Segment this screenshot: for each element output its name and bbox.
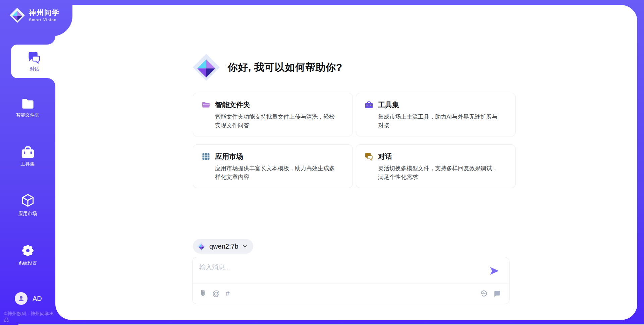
chat-bubble-icon	[493, 289, 501, 298]
user-profile[interactable]: AD	[15, 292, 42, 305]
greeting-text: 你好, 我可以如何帮助你?	[228, 61, 342, 74]
history-button[interactable]	[480, 289, 488, 298]
message-composer: @ #	[192, 257, 509, 304]
card-chat[interactable]: 对话 灵活切换多模型文件，支持多样回复效果调试，满足个性化需求	[356, 144, 516, 188]
sidebar-item-smart-folder[interactable]: 智能文件夹	[0, 97, 55, 118]
card-title: 工具集	[378, 100, 399, 110]
app-background: 你好, 我可以如何帮助你? 智能文件夹 智能文件夹功能支持批量文件上传与清洗，轻…	[0, 0, 644, 325]
model-name: qwen2:7b	[209, 243, 238, 250]
send-icon	[490, 267, 499, 275]
sidebar-item-settings[interactable]: 系统设置	[0, 243, 55, 266]
send-button[interactable]	[490, 267, 499, 275]
briefcase-icon	[20, 145, 35, 159]
brand-diamond-icon	[192, 53, 220, 81]
sidebar-item-label: 对话	[30, 66, 40, 72]
chat-icon	[28, 51, 42, 64]
sidebar-item-label: 系统设置	[18, 260, 37, 266]
model-diamond-icon	[197, 242, 206, 251]
user-initials: AD	[33, 295, 42, 303]
card-smart-folder[interactable]: 智能文件夹 智能文件夹功能支持批量文件上传与清洗，轻松实现文件问答	[193, 93, 353, 136]
paperclip-icon	[199, 289, 207, 298]
person-icon	[17, 295, 25, 303]
hash-icon: #	[225, 289, 229, 298]
sidebar-item-chat[interactable]: 对话	[11, 45, 58, 78]
tab-fillet-bottom	[47, 78, 55, 86]
sidebar: 对话 智能文件夹 工具集	[0, 0, 55, 325]
brand-subtitle: Smart Vision	[29, 18, 60, 22]
sidebar-item-label: 工具集	[21, 161, 35, 167]
cube-icon	[20, 193, 35, 208]
greeting-row: 你好, 我可以如何帮助你?	[192, 53, 342, 81]
sidebar-item-app-market[interactable]: 应用市场	[0, 193, 55, 217]
copyright-text: ©神州数码 · 神州问学出品	[4, 311, 55, 323]
feature-cards: 智能文件夹 智能文件夹功能支持批量文件上传与清洗，轻松实现文件问答 工具集 集成…	[193, 93, 516, 188]
card-description: 应用市场提供丰富长文本模板，助力高效生成多样化文章内容	[215, 164, 338, 181]
at-icon: @	[212, 289, 220, 298]
message-input[interactable]	[193, 257, 494, 282]
model-selector[interactable]: qwen2:7b	[193, 239, 253, 254]
history-icon	[480, 289, 488, 298]
brand-logo-icon	[9, 7, 25, 23]
card-description: 集成市场上主流工具，助力AI与外界无缝扩展与对接	[378, 113, 501, 130]
card-app-market[interactable]: 应用市场 应用市场提供丰富长文本模板，助力高效生成多样化文章内容	[193, 144, 353, 188]
window-edge	[18, 324, 644, 325]
sidebar-item-toolset[interactable]: 工具集	[0, 145, 55, 167]
chevron-down-icon	[242, 243, 248, 249]
brand-block: 神州问学 Smart Vision	[0, 0, 72, 36]
card-toolset[interactable]: 工具集 集成市场上主流工具，助力AI与外界无缝扩展与对接	[356, 93, 516, 136]
brand-name: 神州问学	[29, 9, 60, 16]
composer-toolbar: @ #	[199, 283, 501, 304]
folder-icon	[201, 100, 211, 110]
card-description: 灵活切换多模型文件，支持多样回复效果调试，满足个性化需求	[378, 164, 501, 181]
card-title: 对话	[378, 152, 392, 161]
card-title: 智能文件夹	[215, 100, 250, 110]
tab-fillet-top	[47, 36, 55, 45]
attach-file-button[interactable]	[199, 289, 207, 298]
topic-button[interactable]: #	[225, 289, 229, 298]
chat-icon	[364, 152, 374, 161]
sidebar-item-label: 智能文件夹	[16, 112, 40, 118]
gear-icon	[20, 243, 35, 258]
new-chat-button[interactable]	[493, 289, 501, 298]
avatar	[15, 292, 28, 305]
briefcase-icon	[364, 100, 374, 110]
card-description: 智能文件夹功能支持批量文件上传与清洗，轻松实现文件问答	[215, 113, 338, 130]
folder-icon	[21, 97, 35, 110]
card-title: 应用市场	[215, 152, 243, 161]
mention-button[interactable]: @	[212, 289, 220, 298]
sidebar-item-label: 应用市场	[18, 211, 37, 217]
main-panel: 你好, 我可以如何帮助你? 智能文件夹 智能文件夹功能支持批量文件上传与清洗，轻…	[55, 5, 637, 320]
grid-icon	[201, 152, 211, 161]
